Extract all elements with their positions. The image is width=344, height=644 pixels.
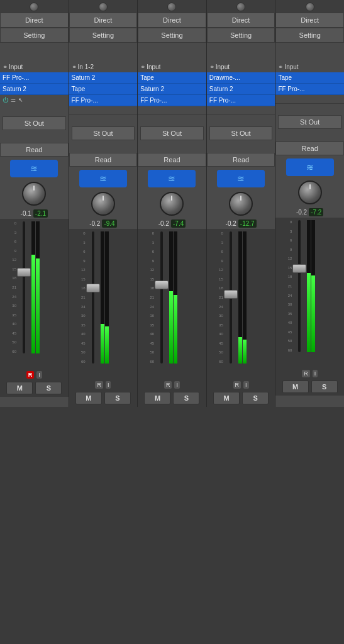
plugin-slot-3[interactable]: FF Pro-... xyxy=(207,95,275,106)
plugin-slot-2[interactable]: FF Pro-... xyxy=(275,84,344,95)
waveform-button[interactable]: ≋ xyxy=(10,160,58,177)
record-button[interactable]: R xyxy=(95,381,103,389)
solo-button[interactable]: S xyxy=(311,380,338,393)
mute-button[interactable]: M xyxy=(213,392,240,404)
stout-button[interactable]: St Out xyxy=(72,126,135,140)
pan-knob[interactable] xyxy=(160,192,184,216)
pan-trim-knob[interactable] xyxy=(167,3,176,11)
fader-handle[interactable] xyxy=(224,290,238,299)
spacer-top xyxy=(69,43,138,62)
read-button[interactable]: Read xyxy=(69,153,138,167)
record-button[interactable]: R xyxy=(233,381,241,389)
pan-trim-knob[interactable] xyxy=(306,3,314,11)
mute-button[interactable]: M xyxy=(282,380,309,393)
meter-fill-left xyxy=(101,324,104,364)
solo-button[interactable]: S xyxy=(242,392,269,404)
eq-button[interactable]: ⚌ xyxy=(11,97,16,103)
stout-button[interactable]: St Out xyxy=(140,126,204,140)
plugin-slot-3[interactable]: FF Pro-... xyxy=(69,95,138,106)
stout-area: St Out xyxy=(0,114,69,133)
pan-knob[interactable] xyxy=(22,182,46,206)
pan-knob-wrap xyxy=(138,189,206,218)
stout-button[interactable]: St Out xyxy=(209,126,273,140)
waveform-button[interactable]: ≋ xyxy=(286,158,334,176)
setting-button[interactable]: Setting xyxy=(69,28,138,43)
solo-button[interactable]: S xyxy=(104,392,131,404)
plugin-slot-2[interactable]: Saturn 2 xyxy=(0,84,69,95)
plugin-slot-3[interactable]: FF Pro-... xyxy=(138,95,206,106)
input-button[interactable]: I xyxy=(36,371,42,379)
fader-handle[interactable] xyxy=(17,268,31,277)
setting-button[interactable]: Setting xyxy=(207,28,275,43)
input-button[interactable]: I xyxy=(174,381,180,389)
direct-button[interactable]: Direct xyxy=(69,13,138,28)
ri-row: R I xyxy=(207,380,275,390)
waveform-button[interactable]: ≋ xyxy=(79,170,127,187)
input-label[interactable]: Input xyxy=(284,64,298,70)
read-button[interactable]: Read xyxy=(0,143,69,157)
solo-button[interactable]: S xyxy=(173,392,199,404)
fader-and-meter xyxy=(293,220,315,352)
mute-button[interactable]: M xyxy=(6,382,33,394)
direct-button[interactable]: Direct xyxy=(207,13,275,28)
record-button[interactable]: R xyxy=(26,371,35,379)
record-button[interactable]: R xyxy=(302,370,310,377)
direct-button[interactable]: Direct xyxy=(138,13,206,28)
plugin-slot-1[interactable]: FF Pro-... xyxy=(0,72,69,84)
solo-button[interactable]: S xyxy=(35,382,62,394)
meter-fill-right xyxy=(174,295,177,364)
setting-button[interactable]: Setting xyxy=(275,28,344,43)
plugin-slot-1[interactable]: Drawme-... xyxy=(207,72,275,84)
link-icon[interactable]: ⚭ xyxy=(278,64,283,70)
pan-knob[interactable] xyxy=(91,192,115,216)
plugin-slot-2[interactable]: Saturn 2 xyxy=(138,84,206,95)
mute-button[interactable]: M xyxy=(75,392,102,404)
spacer-read xyxy=(275,131,344,140)
waveform-button[interactable]: ≋ xyxy=(148,170,196,187)
pan-trim-knob[interactable] xyxy=(30,3,38,11)
fader-strip xyxy=(87,231,99,364)
pan-value: -0.2 xyxy=(89,220,100,227)
plugin-slot-1[interactable]: Tape xyxy=(275,72,344,84)
direct-button[interactable]: Direct xyxy=(275,13,344,28)
direct-button[interactable]: Direct xyxy=(0,13,69,28)
read-button[interactable]: Read xyxy=(138,153,206,167)
record-button[interactable]: R xyxy=(164,381,172,389)
ms-row: M S xyxy=(138,390,206,407)
link-icon[interactable]: ⚭ xyxy=(140,64,145,70)
setting-button[interactable]: Setting xyxy=(138,28,206,43)
input-button[interactable]: I xyxy=(313,370,318,377)
channel-5: Direct Setting ⚭ Input TapeFF Pro-... St… xyxy=(275,0,344,407)
read-button[interactable]: Read xyxy=(275,142,344,155)
input-button[interactable]: I xyxy=(106,381,111,389)
mute-button[interactable]: M xyxy=(144,392,170,404)
fader-handle[interactable] xyxy=(292,264,306,273)
power-button[interactable]: ⏻ xyxy=(3,97,8,103)
setting-button[interactable]: Setting xyxy=(0,28,69,43)
link-icon[interactable]: ⚭ xyxy=(72,64,77,70)
plugin-slot-1[interactable]: Tape xyxy=(138,72,206,84)
plugin-slot-1[interactable]: Saturn 2 xyxy=(69,72,138,84)
input-label[interactable]: Input xyxy=(9,64,23,70)
link-icon[interactable]: ⚭ xyxy=(3,64,8,70)
waveform-button[interactable]: ≋ xyxy=(217,170,265,187)
pan-trim-knob[interactable] xyxy=(99,3,108,11)
stout-button[interactable]: St Out xyxy=(3,116,66,130)
read-button[interactable]: Read xyxy=(207,153,275,167)
input-label[interactable]: In 1-2 xyxy=(78,64,94,70)
input-label[interactable]: Input xyxy=(147,64,160,70)
pan-knob[interactable] xyxy=(229,192,253,216)
plugin-slot-2[interactable]: Saturn 2 xyxy=(207,84,275,95)
input-button[interactable]: I xyxy=(243,381,249,389)
input-label[interactable]: Input xyxy=(216,64,230,70)
fader-handle[interactable] xyxy=(155,280,169,289)
pan-knob[interactable] xyxy=(298,180,322,204)
fader-handle[interactable] xyxy=(86,284,100,292)
stout-button[interactable]: St Out xyxy=(278,115,341,129)
dual-meter xyxy=(101,231,109,364)
pan-trim-knob[interactable] xyxy=(236,3,245,11)
link-icon[interactable]: ⚭ xyxy=(209,64,214,70)
cursor-icon[interactable]: ↖ xyxy=(18,97,23,103)
ms-row: M S xyxy=(69,390,138,407)
plugin-slot-2[interactable]: Tape xyxy=(69,84,138,95)
